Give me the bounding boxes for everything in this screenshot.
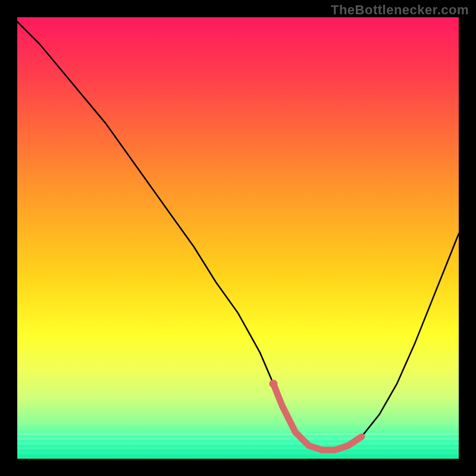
optimum-marker bbox=[273, 384, 361, 450]
bottleneck-curve bbox=[17, 21, 459, 450]
curve-svg bbox=[17, 17, 459, 459]
watermark: TheBottlenecker.com bbox=[331, 2, 469, 18]
plot-area bbox=[17, 17, 459, 459]
optimum-marker-dot bbox=[269, 380, 277, 388]
chart-frame: TheBottlenecker.com bbox=[0, 0, 476, 476]
